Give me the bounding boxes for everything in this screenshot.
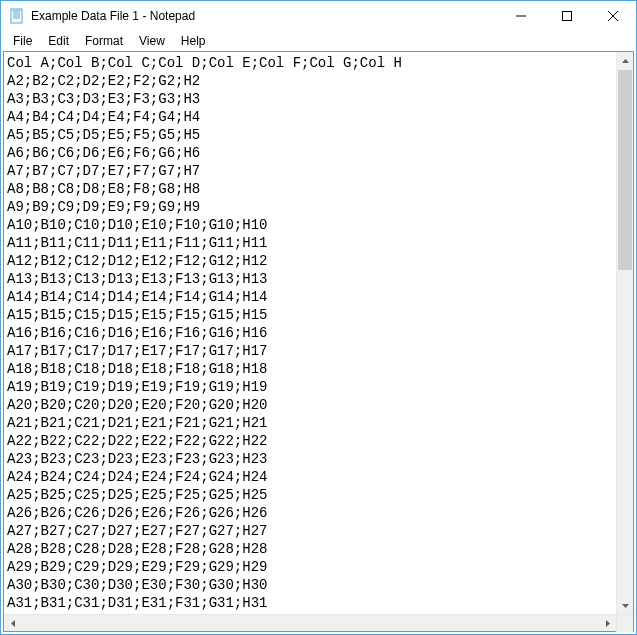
vertical-scroll-thumb[interactable] (618, 70, 632, 270)
menu-edit[interactable]: Edit (40, 33, 77, 49)
scroll-left-arrow-icon[interactable] (4, 615, 21, 631)
scrollbar-corner (616, 615, 633, 632)
scroll-up-arrow-icon[interactable] (617, 52, 633, 69)
horizontal-scrollbar[interactable] (4, 614, 633, 631)
close-button[interactable] (590, 1, 636, 31)
menu-bar: File Edit Format View Help (1, 31, 636, 51)
minimize-button[interactable] (498, 1, 544, 31)
svg-marker-10 (622, 59, 629, 63)
vertical-scrollbar[interactable] (616, 52, 633, 614)
menu-help[interactable]: Help (173, 33, 214, 49)
text-editor[interactable]: Col A;Col B;Col C;Col D;Col E;Col F;Col … (4, 52, 616, 614)
window-controls (498, 1, 636, 31)
svg-marker-13 (606, 620, 610, 627)
notepad-window: Example Data File 1 - Notepad File Edit … (0, 0, 637, 635)
editor-row: Col A;Col B;Col C;Col D;Col E;Col F;Col … (4, 52, 633, 614)
svg-marker-12 (11, 620, 15, 627)
title-bar[interactable]: Example Data File 1 - Notepad (1, 1, 636, 31)
scroll-right-arrow-icon[interactable] (599, 615, 616, 631)
editor-frame: Col A;Col B;Col C;Col D;Col E;Col F;Col … (3, 51, 634, 632)
svg-rect-7 (563, 12, 572, 21)
horizontal-scroll-track[interactable] (21, 615, 599, 631)
svg-marker-11 (622, 604, 629, 608)
svg-rect-5 (11, 9, 22, 11)
menu-file[interactable]: File (5, 33, 40, 49)
scroll-down-arrow-icon[interactable] (617, 597, 633, 614)
notepad-icon (9, 8, 25, 24)
menu-view[interactable]: View (131, 33, 173, 49)
window-title: Example Data File 1 - Notepad (31, 9, 498, 23)
maximize-button[interactable] (544, 1, 590, 31)
menu-format[interactable]: Format (77, 33, 131, 49)
